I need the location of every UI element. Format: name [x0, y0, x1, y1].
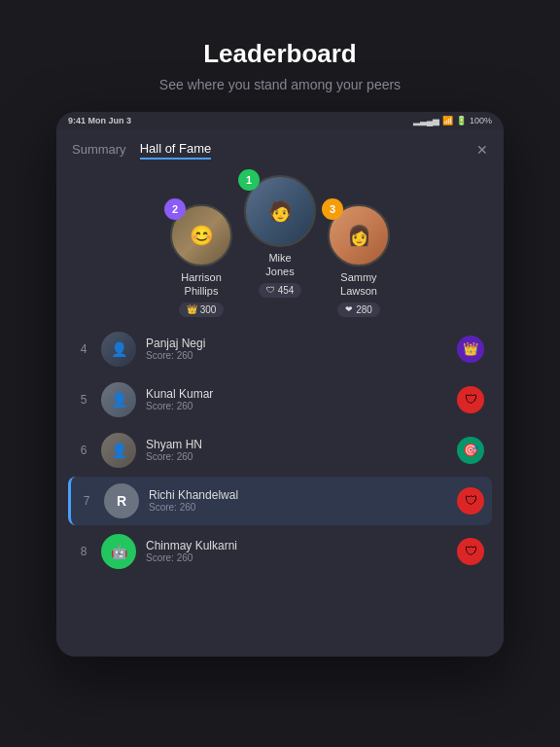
- signal-icon: ▂▃▄▅: [413, 116, 439, 125]
- info-kunal: Kunal Kumar Score: 260: [146, 387, 447, 411]
- name-panjaj: Panjaj Negi: [146, 337, 447, 350]
- score-value-1: 454: [278, 285, 295, 296]
- page-subtitle: See where you stand among your peers: [159, 77, 401, 92]
- shield-icon-1: 🛡: [266, 285, 275, 295]
- status-icons: ▂▃▄▅ 📶 🔋 100%: [413, 116, 492, 125]
- rank-4: 4: [76, 342, 91, 356]
- avatar-wrap-2: 😊 2: [170, 204, 232, 267]
- nav-left: Summary Hall of Fame: [72, 139, 211, 160]
- rank-badge-1: 1: [238, 169, 260, 191]
- rank-7: 7: [79, 494, 94, 508]
- badge-chinmay: 🛡: [457, 538, 484, 565]
- rank-5: 5: [76, 393, 91, 407]
- app-content: Summary Hall of Fame ✕ 😊 2 HarrisonPhill…: [56, 129, 504, 657]
- name-chinmay: Chinmay Kulkarni: [146, 539, 447, 552]
- podium-name-1: MikeJones: [265, 251, 294, 279]
- avatar-chinmay: 🤖: [101, 534, 136, 569]
- rank-6: 6: [76, 444, 91, 457]
- list-item-6: 6 👤 Shyam HN Score: 260 🎯: [68, 426, 492, 475]
- avatar-wrap-3: 👩 3: [328, 204, 390, 267]
- podium-rank-2: 😊 2 HarrisonPhillips 👑 300: [170, 204, 232, 317]
- score-panjaj: Score: 260: [146, 350, 447, 361]
- badge-kunal: 🛡: [457, 386, 484, 413]
- score-badge-1: 🛡 454: [259, 283, 302, 298]
- list-item-4: 4 👤 Panjaj Negi Score: 260 👑: [68, 325, 492, 374]
- score-badge-3: ❤ 280: [337, 302, 380, 317]
- info-shyam: Shyam HN Score: 260: [146, 438, 447, 462]
- list-item-8: 8 🤖 Chinmay Kulkarni Score: 260 🛡: [68, 527, 492, 576]
- avatar-richi: R: [104, 483, 139, 518]
- tab-summary[interactable]: Summary: [72, 140, 126, 159]
- page-header: Leaderboard See where you stand among yo…: [140, 0, 420, 112]
- score-richi: Score: 260: [149, 502, 447, 513]
- avatar-kunal: 👤: [101, 382, 136, 417]
- badge-shyam: 🎯: [457, 437, 484, 464]
- list-item-7: 7 R Richi Khandelwal Score: 260 🛡: [68, 477, 492, 525]
- podium-section: 😊 2 HarrisonPhillips 👑 300 🧑 1: [56, 165, 504, 325]
- badge-panjaj: 👑: [457, 336, 484, 363]
- avatar-panjaj: 👤: [101, 332, 136, 367]
- tab-hall-of-fame[interactable]: Hall of Fame: [140, 139, 212, 160]
- score-chinmay: Score: 260: [146, 552, 447, 563]
- name-richi: Richi Khandelwal: [149, 488, 447, 502]
- score-badge-2: 👑 300: [179, 302, 225, 317]
- tablet-frame: 9:41 Mon Jun 3 ▂▃▄▅ 📶 🔋 100% Summary Hal…: [56, 112, 504, 657]
- score-value-3: 280: [356, 304, 372, 315]
- rank-badge-2: 2: [164, 198, 186, 220]
- rank-badge-3: 3: [322, 198, 343, 220]
- info-panjaj: Panjaj Negi Score: 260: [146, 337, 447, 361]
- list-section: 4 👤 Panjaj Negi Score: 260 👑 5 👤 Kunal K…: [56, 325, 504, 576]
- name-shyam: Shyam HN: [146, 438, 447, 451]
- podium-name-2: HarrisonPhillips: [181, 270, 222, 299]
- nav-tabs: Summary Hall of Fame ✕: [56, 129, 504, 165]
- info-richi: Richi Khandelwal Score: 260: [149, 488, 447, 513]
- score-kunal: Score: 260: [146, 401, 447, 411]
- status-time: 9:41 Mon Jun 3: [68, 116, 131, 125]
- battery-icon: 🔋 100%: [456, 116, 492, 125]
- badge-richi: 🛡: [457, 487, 484, 515]
- podium-name-3: SammyLawson: [340, 270, 377, 299]
- avatar-wrap-1: 🧑 1: [244, 175, 316, 247]
- crown-icon-2: 👑: [187, 304, 197, 314]
- score-shyam: Score: 260: [146, 451, 447, 462]
- heart-icon-3: ❤: [345, 304, 353, 314]
- name-kunal: Kunal Kumar: [146, 387, 447, 401]
- list-item-5: 5 👤 Kunal Kumar Score: 260 🛡: [68, 375, 492, 424]
- score-value-2: 300: [200, 304, 217, 315]
- podium-rank-3: 👩 3 SammyLawson ❤ 280: [328, 204, 390, 317]
- podium-rank-1: 🧑 1 MikeJones 🛡 454: [244, 175, 316, 298]
- rank-8: 8: [76, 545, 91, 558]
- wifi-icon: 📶: [442, 116, 453, 125]
- close-button[interactable]: ✕: [476, 142, 488, 158]
- page-title: Leaderboard: [159, 39, 401, 69]
- avatar-shyam: 👤: [101, 433, 136, 468]
- status-bar: 9:41 Mon Jun 3 ▂▃▄▅ 📶 🔋 100%: [56, 112, 504, 129]
- info-chinmay: Chinmay Kulkarni Score: 260: [146, 539, 447, 563]
